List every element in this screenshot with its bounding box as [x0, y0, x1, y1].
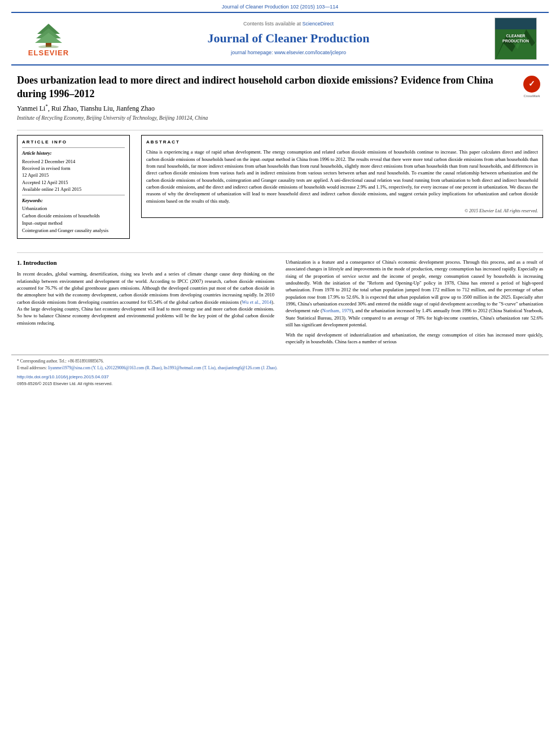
keyword-2: Carbon dioxide emissions of households — [22, 213, 125, 220]
ref-wu-link[interactable]: Wu et al., 2014 — [242, 299, 272, 305]
authors: Yanmei Li*, Rui Zhao, Tianshu Liu, Jianf… — [17, 103, 515, 113]
keyword-3: Input–output method — [22, 220, 125, 227]
keywords-section: Keywords: Urbanization Carbon dioxide em… — [22, 195, 125, 234]
sciencedirect-link: Contents lists available at ScienceDirec… — [88, 20, 489, 28]
keyword-4: Cointegration and Granger causality anal… — [22, 228, 125, 234]
keyword-1: Urbanization — [22, 206, 125, 212]
article-title: Does urbanization lead to more direct an… — [17, 73, 515, 101]
email-links[interactable]: liyanmei1979@sina.com (Y. Li), s20122900… — [48, 365, 278, 370]
history-revised-date: 12 April 2015 — [22, 172, 125, 178]
abstract-copyright: © 2015 Elsevier Ltd. All rights reserved… — [146, 208, 538, 214]
keywords-title: Keywords: — [22, 198, 125, 204]
homepage-url[interactable]: www.elsevier.com/locate/jclepro — [274, 50, 346, 55]
article-title-section: Does urbanization lead to more direct an… — [17, 65, 543, 130]
elsevier-tree-icon — [32, 23, 65, 48]
abstract-text: China is experiencing a stage of rapid u… — [146, 148, 538, 204]
footnote-emails: E-mail addresses: liyanmei1979@sina.com … — [17, 365, 543, 372]
introduction-heading: 1. Introduction — [17, 259, 274, 267]
elsevier-logo-section: ELSEVIER — [20, 19, 82, 58]
affiliation: Institute of Recycling Economy, Beijing … — [17, 115, 515, 122]
article-info-heading: ARTICLE INFO — [22, 139, 125, 145]
history-online: Available online 21 April 2015 — [22, 186, 125, 193]
cleaner-production-logo: CLEANERPRODUCTION — [495, 18, 540, 60]
journal-title: Journal of Cleaner Production — [88, 30, 489, 47]
main-content: Does urbanization lead to more direct an… — [11, 65, 549, 349]
footnote-corresponding: * Corresponding author. Tel.: +86 851891… — [17, 359, 543, 365]
cleaner-prod-text: CLEANERPRODUCTION — [500, 31, 531, 46]
journal-title-section: Contents lists available at ScienceDirec… — [88, 20, 489, 56]
introduction-section: 1. Introduction In recent decades, globa… — [17, 259, 543, 349]
article-history: Article history: Received 2 December 201… — [22, 147, 125, 192]
history-accepted: Accepted 12 April 2015 — [22, 180, 125, 186]
history-title: Article history: — [22, 150, 125, 157]
introduction-left: 1. Introduction In recent decades, globa… — [17, 259, 274, 349]
introduction-right-text-2: With the rapid development of industrial… — [286, 331, 543, 346]
journal-header: ELSEVIER Contents lists available at Sci… — [11, 12, 549, 65]
section-divider — [17, 252, 543, 253]
crossmark-section: ✓ CrossMark — [520, 73, 543, 98]
history-revised-label: Received in revised form — [22, 165, 125, 172]
ref-northam-link[interactable]: Northam, 1979 — [322, 308, 352, 313]
introduction-right: Urbanization is a feature and a conseque… — [286, 259, 543, 349]
sciencedirect-text: ScienceDirect — [303, 21, 334, 27]
article-info-abstract-section: ARTICLE INFO Article history: Received 2… — [17, 130, 543, 243]
crossmark-text: CrossMark — [523, 94, 540, 98]
abstract-column: ABSTRACT China is experiencing a stage o… — [141, 135, 543, 243]
abstract-box: ABSTRACT China is experiencing a stage o… — [141, 135, 543, 218]
introduction-left-text: In recent decades, global warming, deser… — [17, 270, 274, 326]
doi-link[interactable]: http://dx.doi.org/10.1016/j.jclepro.2015… — [17, 374, 543, 380]
journal-reference: Journal of Cleaner Production 102 (2015)… — [0, 0, 560, 12]
journal-homepage: journal homepage: www.elsevier.com/locat… — [88, 49, 489, 56]
crossmark-icon: ✓ — [523, 76, 540, 93]
elsevier-text: ELSEVIER — [28, 48, 69, 58]
history-received: Received 2 December 2014 — [22, 159, 125, 165]
svg-rect-8 — [495, 18, 537, 29]
page-footer: * Corresponding author. Tel.: +86 851891… — [11, 355, 549, 391]
article-info-box: ARTICLE INFO Article history: Received 2… — [17, 135, 130, 239]
introduction-right-text: Urbanization is a feature and a conseque… — [286, 259, 543, 328]
abstract-heading: ABSTRACT — [146, 139, 538, 145]
article-info-column: ARTICLE INFO Article history: Received 2… — [17, 135, 130, 243]
issn-text: 0959-6526/© 2015 Elsevier Ltd. All right… — [17, 381, 543, 387]
